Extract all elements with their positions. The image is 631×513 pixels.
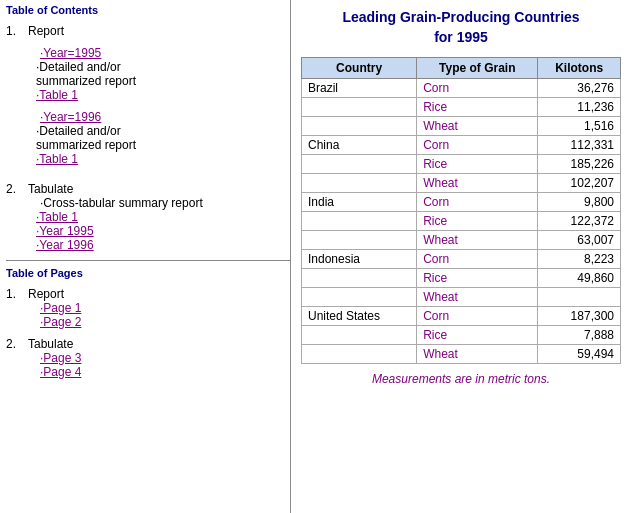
toc-label-report: Report: [28, 24, 136, 38]
cell-country: China: [302, 136, 417, 155]
table1-tab-link-wrapper: ·Table 1: [36, 210, 203, 224]
cell-country: [302, 269, 417, 288]
page-item-report: 1. Report ·Page 1 ·Page 2: [6, 287, 290, 329]
cell-kilotons: 59,494: [538, 345, 621, 364]
page4-link[interactable]: ·Page 4: [40, 365, 81, 379]
year1996-tab-link-wrapper: ·Year 1996: [36, 238, 203, 252]
table-row: Rice49,860: [302, 269, 621, 288]
year-1995-link-wrapper: ·Year=1995: [40, 46, 136, 60]
col-country: Country: [302, 58, 417, 79]
page3-link-wrapper: ·Page 3: [40, 351, 81, 365]
cell-grain: Rice: [417, 98, 538, 117]
cell-country: Brazil: [302, 79, 417, 98]
title-line1: Leading Grain-Producing Countries: [342, 9, 579, 25]
toc-label-tabulate: Tabulate: [28, 182, 203, 196]
table1-1996-link-wrapper: ·Table 1: [36, 152, 136, 166]
table1-1996-link[interactable]: ·Table 1: [36, 152, 78, 166]
toc-pages-title: Table of Pages: [6, 267, 290, 279]
cell-kilotons: 8,223: [538, 250, 621, 269]
table-row: Wheat102,207: [302, 174, 621, 193]
toc-num-1: 1.: [6, 24, 28, 38]
cell-grain: Rice: [417, 155, 538, 174]
cell-grain: Rice: [417, 212, 538, 231]
year-1996-link[interactable]: ·Year=1996: [40, 110, 101, 124]
cell-grain: Wheat: [417, 345, 538, 364]
year1996-tab-link[interactable]: ·Year 1996: [36, 238, 94, 252]
year1995-tab-link-wrapper: ·Year 1995: [36, 224, 203, 238]
cell-country: [302, 288, 417, 307]
table1-tab-link[interactable]: ·Table 1: [36, 210, 78, 224]
left-panel: Table of Contents 1. Report ·Year=1995 ·…: [0, 0, 291, 513]
year-1995-link[interactable]: ·Year=1995: [40, 46, 101, 60]
cell-grain: Rice: [417, 326, 538, 345]
page-label-tabulate: Tabulate: [28, 337, 81, 351]
table-row: Rice185,226: [302, 155, 621, 174]
toc-num-2: 2.: [6, 182, 28, 196]
cell-kilotons: 185,226: [538, 155, 621, 174]
cell-kilotons: 36,276: [538, 79, 621, 98]
toc-item-report: 1. Report ·Year=1995 ·Detailed and/orsum…: [6, 24, 290, 166]
table1-1995-link[interactable]: ·Table 1: [36, 88, 78, 102]
page3-link[interactable]: ·Page 3: [40, 351, 81, 365]
table1-1995-link-wrapper: ·Table 1: [36, 88, 136, 102]
grain-table: Country Type of Grain Kilotons BrazilCor…: [301, 57, 621, 364]
col-kilotons: Kilotons: [538, 58, 621, 79]
page2-link[interactable]: ·Page 2: [40, 315, 81, 329]
cell-grain: Wheat: [417, 117, 538, 136]
right-panel: Leading Grain-Producing Countries for 19…: [291, 0, 631, 513]
year-1996-link-wrapper: ·Year=1996: [40, 110, 136, 124]
cell-country: [302, 117, 417, 136]
page-item-tabulate: 2. Tabulate ·Page 3 ·Page 4: [6, 337, 290, 379]
cell-kilotons: 49,860: [538, 269, 621, 288]
cell-kilotons: 1,516: [538, 117, 621, 136]
cell-country: [302, 212, 417, 231]
table-row: Wheat59,494: [302, 345, 621, 364]
cell-grain: Wheat: [417, 288, 538, 307]
page4-link-wrapper: ·Page 4: [40, 365, 81, 379]
table-header-row: Country Type of Grain Kilotons: [302, 58, 621, 79]
year-1995-group: ·Year=1995 ·Detailed and/orsummarized re…: [28, 46, 136, 102]
cell-country: [302, 174, 417, 193]
col-grain: Type of Grain: [417, 58, 538, 79]
detail-1995-text: ·Detailed and/orsummarized report: [36, 60, 136, 88]
cell-kilotons: 9,800: [538, 193, 621, 212]
table-row: Rice7,888: [302, 326, 621, 345]
table-row: United StatesCorn187,300: [302, 307, 621, 326]
cell-country: [302, 98, 417, 117]
page-num-2: 2.: [6, 337, 28, 351]
toc-section: Table of Contents 1. Report ·Year=1995 ·…: [6, 4, 290, 261]
cell-kilotons: 7,888: [538, 326, 621, 345]
year1995-tab-link[interactable]: ·Year 1995: [36, 224, 94, 238]
year-1996-group: ·Year=1996 ·Detailed and/orsummarized re…: [28, 110, 136, 166]
cell-grain: Corn: [417, 79, 538, 98]
table-row: IndonesiaCorn8,223: [302, 250, 621, 269]
cell-kilotons: 63,007: [538, 231, 621, 250]
cell-country: India: [302, 193, 417, 212]
cell-kilotons: 102,207: [538, 174, 621, 193]
cell-grain: Corn: [417, 307, 538, 326]
cell-kilotons: 122,372: [538, 212, 621, 231]
cell-kilotons: 112,331: [538, 136, 621, 155]
page-label-report: Report: [28, 287, 81, 301]
cell-grain: Corn: [417, 193, 538, 212]
report-title: Leading Grain-Producing Countries for 19…: [342, 8, 579, 47]
toc-pages-section: Table of Pages 1. Report ·Page 1 ·Page 2…: [6, 261, 290, 379]
title-line2: for 1995: [434, 29, 488, 45]
page1-link-wrapper: ·Page 1: [40, 301, 81, 315]
page-num-1: 1.: [6, 287, 28, 301]
cell-grain: Rice: [417, 269, 538, 288]
table-row: IndiaCorn9,800: [302, 193, 621, 212]
cross-tabular-text: ·Cross-tabular summary report: [40, 196, 203, 210]
cell-grain: Corn: [417, 136, 538, 155]
toc-item-tabulate: 2. Tabulate ·Cross-tabular summary repor…: [6, 182, 290, 252]
cell-country: United States: [302, 307, 417, 326]
toc-title: Table of Contents: [6, 4, 290, 16]
detail-1996-text: ·Detailed and/orsummarized report: [36, 124, 136, 152]
table-row: BrazilCorn36,276: [302, 79, 621, 98]
cell-country: [302, 326, 417, 345]
cell-grain: Corn: [417, 250, 538, 269]
table-row: ChinaCorn112,331: [302, 136, 621, 155]
table-row: Rice11,236: [302, 98, 621, 117]
cell-country: Indonesia: [302, 250, 417, 269]
page1-link[interactable]: ·Page 1: [40, 301, 81, 315]
